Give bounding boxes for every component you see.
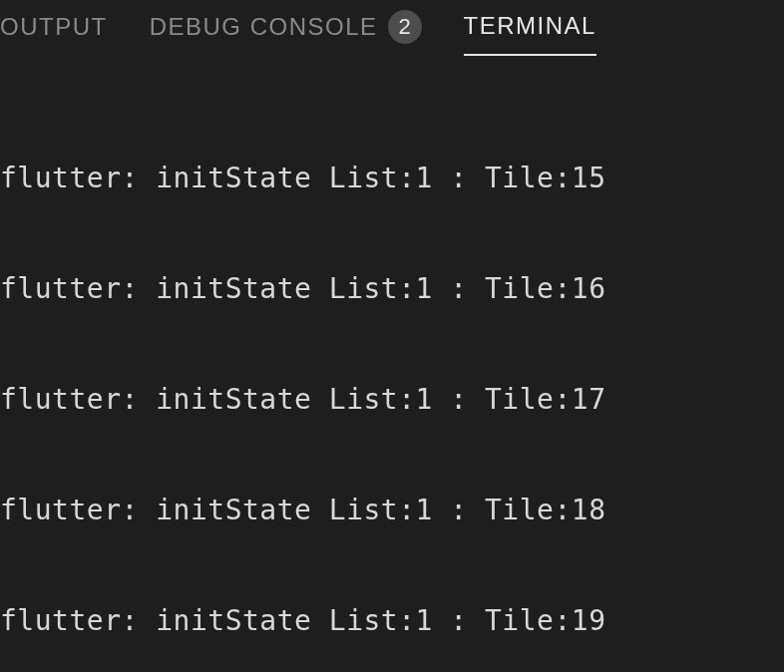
terminal-line: flutter: initState List:1 : Tile:19 (0, 602, 784, 639)
tab-terminal[interactable]: TERMINAL (464, 12, 596, 56)
bottom-panel: OUTPUT DEBUG CONSOLE 2 TERMINAL flutter:… (0, 0, 784, 672)
terminal-line: flutter: initState List:1 : Tile:16 (0, 270, 784, 307)
debug-badge: 2 (388, 10, 422, 44)
panel-tabbar: OUTPUT DEBUG CONSOLE 2 TERMINAL (0, 0, 784, 58)
terminal-line: flutter: initState List:1 : Tile:17 (0, 381, 784, 418)
terminal-output[interactable]: flutter: initState List:1 : Tile:15 flut… (0, 58, 784, 672)
tab-output-label: OUTPUT (0, 13, 108, 41)
tab-output[interactable]: OUTPUT (0, 13, 108, 55)
terminal-line: flutter: initState List:1 : Tile:15 (0, 160, 784, 196)
tab-debug-console[interactable]: DEBUG CONSOLE 2 (150, 10, 422, 58)
tab-terminal-label: TERMINAL (464, 12, 596, 40)
tab-debug-label: DEBUG CONSOLE (150, 13, 378, 41)
terminal-line: flutter: initState List:1 : Tile:18 (0, 492, 784, 528)
